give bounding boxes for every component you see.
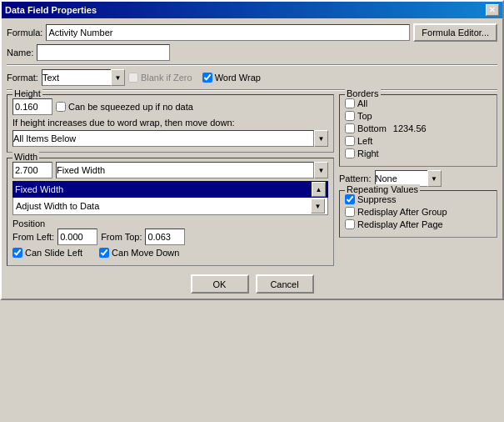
main-content: Height Can be squeezed up if no data If …	[7, 94, 497, 269]
right-panel: Borders All	[339, 94, 497, 269]
position-section: Position From Left: From Top: Can Slide …	[12, 219, 328, 258]
blank-if-zero-checkbox[interactable]	[128, 73, 138, 83]
height-group: Height Can be squeezed up if no data If …	[7, 94, 334, 153]
ok-button[interactable]: OK	[191, 274, 249, 294]
width-select[interactable]: Fixed Width Adjust Width to Data	[56, 162, 314, 178]
border-sample-number: 1234.56	[393, 123, 427, 133]
format-select-wrapper: Text ▼	[42, 69, 125, 86]
border-bottom-row: Bottom 1234.56	[345, 123, 427, 133]
close-button[interactable]: ✕	[486, 4, 499, 16]
redisplay-page-label: Redisplay After Page	[345, 219, 443, 229]
squeeze-checkbox[interactable]	[56, 102, 66, 112]
word-wrap-label: Word Wrap	[202, 73, 261, 83]
border-left-row: Left	[345, 136, 427, 146]
width-group: Width Fixed Width Adjust Width to Data ▼	[7, 158, 334, 266]
border-right-row: Right	[345, 148, 427, 158]
height-row: Can be squeezed up if no data	[12, 98, 328, 115]
suppress-row: Suppress	[345, 194, 492, 204]
from-top-input[interactable]	[145, 229, 185, 245]
dropdown-scroll-up[interactable]: ▲	[312, 182, 326, 197]
repeating-values-group: Repeating Values Suppress Redisplay Afte…	[339, 190, 497, 238]
width-select-wrapper: Fixed Width Adjust Width to Data ▼	[56, 162, 328, 178]
width-select-arrow: ▼	[314, 162, 328, 178]
redisplay-group-label: Redisplay After Group	[345, 207, 447, 217]
formula-row: Formula: Formula Editor...	[7, 23, 497, 42]
squeeze-label: Can be squeezed up if no data	[56, 102, 193, 112]
slide-left-checkbox[interactable]	[12, 248, 22, 258]
redisplay-group-row: Redisplay After Group	[345, 207, 492, 217]
left-panel: Height Can be squeezed up if no data If …	[7, 94, 334, 269]
suppress-checkbox[interactable]	[345, 194, 355, 204]
format-select[interactable]: Text	[42, 69, 125, 86]
formula-label: Formula:	[7, 28, 42, 38]
name-row: Name:	[7, 44, 497, 61]
bottom-buttons: OK Cancel	[7, 274, 497, 294]
position-checkboxes: Can Slide Left Can Move Down	[12, 248, 328, 258]
redisplay-page-row: Redisplay After Page	[345, 219, 492, 229]
formula-editor-button[interactable]: Formula Editor...	[413, 23, 497, 42]
redisplay-page-checkbox[interactable]	[345, 219, 355, 229]
width-input[interactable]	[12, 162, 52, 178]
word-wrap-checkbox[interactable]	[202, 73, 212, 83]
border-all-checkbox[interactable]	[345, 98, 355, 108]
name-input[interactable]	[37, 44, 170, 61]
dialog-title: Data Field Properties	[5, 5, 97, 15]
cancel-button[interactable]: Cancel	[256, 274, 314, 294]
borders-checkboxes: All Top	[345, 98, 427, 161]
dialog-body: Formula: Formula Editor... Name: Format:…	[2, 18, 502, 299]
borders-content: All Top	[345, 98, 492, 161]
border-top-row: Top	[345, 111, 427, 121]
border-left-label: Left	[345, 136, 372, 146]
height-input[interactable]	[12, 98, 52, 115]
width-adjust-item[interactable]: Adjust Width to Data ▼	[12, 198, 328, 215]
pattern-label: Pattern:	[339, 173, 372, 183]
suppress-label: Suppress	[345, 194, 396, 204]
separator1	[7, 64, 497, 66]
move-down-select[interactable]: All Items Below	[12, 130, 314, 147]
border-top-checkbox[interactable]	[345, 111, 355, 121]
move-down-arrow: ▼	[314, 130, 328, 147]
move-down-check-label: Can Move Down	[99, 248, 179, 258]
formula-input[interactable]	[46, 24, 410, 41]
border-bottom-label: Bottom	[345, 123, 387, 133]
dialog: Data Field Properties ✕ Formula: Formula…	[0, 0, 504, 300]
title-bar-buttons: ✕	[486, 4, 499, 16]
height-group-label: Height	[12, 88, 42, 98]
position-label: Position	[12, 219, 45, 229]
name-label: Name:	[7, 48, 33, 58]
separator2	[7, 89, 497, 91]
move-down-checkbox[interactable]	[99, 248, 109, 258]
move-down-select-wrapper: All Items Below ▼	[12, 130, 328, 147]
redisplay-group-checkbox[interactable]	[345, 207, 355, 217]
borders-group: Borders All	[339, 94, 497, 167]
blank-if-zero-label: Blank if Zero	[128, 73, 192, 83]
borders-group-label: Borders	[345, 88, 381, 98]
width-group-label: Width	[12, 152, 39, 162]
repeating-values-label: Repeating Values	[345, 184, 420, 194]
from-left-label: From Left:	[12, 232, 54, 242]
border-right-checkbox[interactable]	[345, 148, 355, 158]
border-top-label: Top	[345, 111, 372, 121]
from-top-label: From Top:	[101, 232, 142, 242]
border-right-label: Right	[345, 148, 379, 158]
border-all-label: All	[345, 98, 367, 108]
position-row: From Left: From Top:	[12, 229, 328, 245]
slide-left-label: Can Slide Left	[12, 248, 82, 258]
width-fixed-item[interactable]: Fixed Width ▲	[12, 181, 328, 198]
width-row: Fixed Width Adjust Width to Data ▼	[12, 162, 328, 178]
border-left-checkbox[interactable]	[345, 136, 355, 146]
width-dropdown-open: Fixed Width ▲ Adjust Width to Data ▼	[12, 181, 328, 215]
format-row: Format: Text ▼ Blank if Zero Word Wrap	[7, 69, 497, 86]
move-down-desc: If height increases due to word wrap, th…	[12, 118, 328, 128]
dropdown-scroll-down[interactable]: ▼	[311, 198, 325, 214]
border-bottom-checkbox[interactable]	[345, 123, 355, 133]
from-left-input[interactable]	[57, 229, 97, 245]
border-all-row: All	[345, 98, 427, 108]
title-bar: Data Field Properties ✕	[2, 2, 502, 18]
format-label: Format:	[7, 73, 38, 83]
